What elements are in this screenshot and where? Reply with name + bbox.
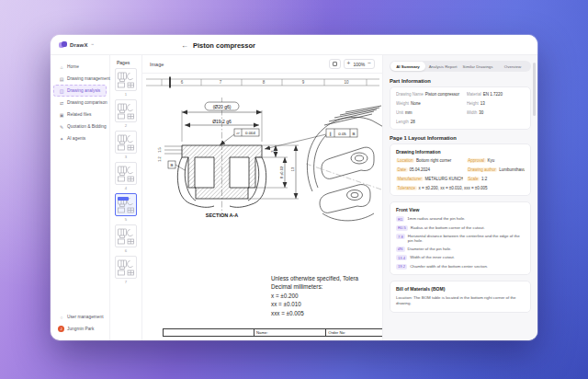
sidebar-item-label: Drawing management	[67, 76, 110, 81]
sidebar-item-label: User management	[67, 315, 103, 319]
compare-icon: ⇄	[59, 100, 64, 106]
user-name: Jungmin Park	[67, 327, 94, 331]
note-line: x = ±0.200	[271, 292, 358, 300]
svg-text:(Ø20 g6): (Ø20 g6)	[213, 104, 232, 109]
page-thumbnail[interactable]: 7	[115, 256, 137, 286]
title-block: Name: Order No:	[163, 328, 382, 337]
svg-text:∥: ∥	[329, 132, 331, 136]
dimension-badge: R0.5	[396, 225, 408, 231]
panel-scrollbar[interactable]	[533, 63, 536, 116]
drawing-info-field: Scale1:2	[467, 177, 525, 181]
page-number: 5	[125, 217, 127, 222]
page-number: 3	[125, 155, 127, 159]
thumbnail-art	[116, 132, 136, 153]
dim-groove-1: 1.5	[158, 147, 162, 152]
sidebar-item-label: AI agents	[67, 136, 85, 141]
thumbnail-art	[116, 226, 136, 247]
zoom-out-button[interactable]: −	[368, 61, 371, 67]
tab-analysis-report[interactable]: Analysis Report	[425, 62, 460, 71]
folder-icon: ▤	[59, 76, 64, 82]
page-thumbnail[interactable]: 3	[115, 131, 137, 161]
sidebar-item-label: Related files	[67, 112, 91, 117]
tab-overview[interactable]: Overview	[495, 62, 530, 71]
thumbnail-art	[116, 258, 136, 278]
front-view-item: 19.2Chamfer width of the bottom center s…	[396, 264, 525, 270]
title-block-order-cell: Order No:	[326, 329, 382, 336]
part-info-field: Length28	[396, 120, 463, 124]
app-logo[interactable]: DrawX ™	[51, 41, 110, 49]
sidebar-item-drawing-analysis[interactable]: ◫ Drawing analysis	[53, 85, 107, 97]
sidebar: ⌂ Home ▤ Drawing management ◫ Drawing an…	[51, 55, 110, 340]
dimension-badge: 13.4	[396, 255, 407, 260]
sidebar-item-label: Drawing comparison	[67, 100, 107, 105]
tab-similar-drawings[interactable]: Similar Drawings	[460, 62, 495, 71]
sidebar-item-ai-agents[interactable]: ✦ AI agents	[53, 132, 107, 144]
dimension-badge: Ø6	[396, 247, 405, 252]
page-thumbnail[interactable]: 6	[115, 224, 137, 255]
section-label: SECTION A-A	[206, 212, 239, 218]
dimension-badge: 7.8	[396, 234, 405, 239]
drawing-info-field: ManufacturerMETALURG KUNCHL	[396, 177, 463, 181]
flatness-tolerance-frame: ▱ 0.004	[220, 129, 259, 145]
analysis-icon: ◫	[59, 88, 64, 94]
front-view-item: 13.4Width of the inner cutout.	[396, 255, 525, 260]
sidebar-item-label: Quotation & Bidding	[67, 124, 107, 129]
part-info-field: Height13	[467, 101, 525, 106]
isometric-view	[306, 106, 382, 221]
back-arrow-icon[interactable]: ←	[181, 41, 188, 50]
analysis-panel: AI Summary Analysis Report Similar Drawi…	[383, 55, 537, 340]
thumbnail-art	[116, 101, 136, 121]
page-number: 6	[125, 248, 127, 253]
selection-highlight	[118, 197, 129, 201]
sidebar-item-drawing-comparison[interactable]: ⇄ Drawing comparison	[53, 97, 107, 109]
sidebar-item-label: Drawing analysis	[67, 88, 100, 93]
zoom-level: 100%	[353, 62, 365, 67]
title-block-name-cell: Name:	[254, 329, 326, 336]
thumbnail-art	[116, 70, 136, 90]
drawing-info-field: LocationBottom right corner	[396, 158, 463, 163]
user-icon: ○	[59, 315, 64, 320]
dimension-badge: 19.2	[396, 264, 407, 270]
file-icon: ▣	[59, 112, 64, 118]
svg-text:Ø19.2 g6: Ø19.2 g6	[212, 119, 232, 124]
sidebar-item-related-files[interactable]: ▣ Related files	[53, 109, 107, 121]
page-thumbnail[interactable]: 4	[115, 162, 137, 192]
main-area: Image + 100% −	[142, 55, 383, 340]
trademark-mark: ™	[91, 43, 95, 47]
drawing-info-field: Tolerancex = ±0.200, xx = ±0.010, xxx = …	[396, 186, 525, 190]
drawing-information-card: Drawing Information LocationBottom right…	[390, 144, 531, 196]
sidebar-item-drawing-management[interactable]: ▤ Drawing management	[53, 73, 107, 85]
page-thumbnail[interactable]: 1	[115, 68, 137, 98]
sidebar-item-user-management[interactable]: ○ User management	[53, 311, 107, 323]
note-line: xx = ±0.010	[271, 300, 358, 308]
drawing-canvas[interactable]: 6 7 8 9 10	[142, 74, 382, 340]
sidebar-item-quotation-bidding[interactable]: ✎ Quotation & Bidding	[53, 121, 107, 132]
canvas-toolbar: Image + 100% −	[142, 55, 382, 74]
ai-icon: ✦	[59, 136, 64, 142]
page-thumbnail-selected[interactable]: 5	[115, 193, 137, 224]
front-view-item: Ø6Diameter of the pin hole.	[396, 247, 525, 252]
page-number: 1	[125, 92, 127, 97]
zoom-in-button[interactable]: +	[347, 61, 351, 67]
sidebar-item-home[interactable]: ⌂ Home	[53, 61, 107, 73]
canvas-mode-label: Image	[150, 62, 164, 67]
tab-ai-summary[interactable]: AI Summary	[390, 62, 425, 71]
avatar: J	[58, 326, 64, 332]
fit-view-button[interactable]	[329, 59, 341, 69]
user-profile[interactable]: J Jungmin Park	[53, 323, 107, 335]
ruler-number: 7	[220, 80, 222, 85]
note-line: Unless otherwise specified, Tolera	[271, 274, 358, 282]
part-info-field: Drawing NamePiston compressor	[396, 92, 463, 97]
dimension-badge: R1	[396, 216, 404, 222]
page-thumbnail[interactable]: 2	[115, 99, 137, 130]
title-block-empty-cell	[164, 329, 254, 336]
ruler-number: 9	[302, 80, 305, 85]
svg-text:0.05: 0.05	[338, 132, 346, 136]
dim-groove-2: 1.2	[158, 156, 162, 161]
part-info-field: WeightNone	[396, 101, 463, 106]
ruler-number: 10	[344, 80, 349, 85]
panel-tabs: AI Summary Analysis Report Similar Drawi…	[390, 61, 531, 72]
dim-13: 13	[290, 167, 295, 171]
drawing-information-heading: Drawing Information	[396, 149, 525, 155]
svg-text:0.004: 0.004	[245, 131, 256, 135]
